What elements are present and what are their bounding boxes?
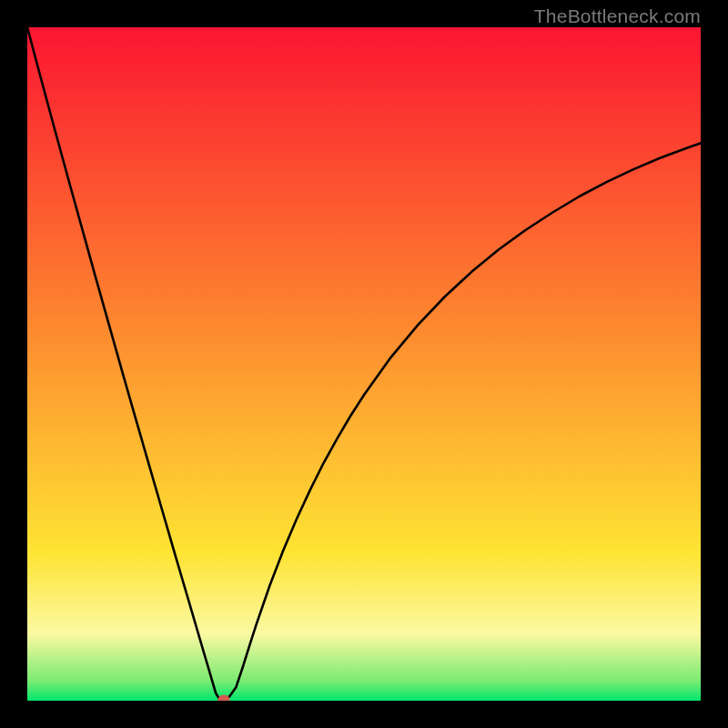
optimal-point-marker: [218, 694, 230, 701]
bottleneck-curve: [27, 27, 701, 701]
watermark-text: TheBottleneck.com: [534, 5, 701, 27]
chart-frame: TheBottleneck.com: [0, 0, 728, 728]
plot-area: [27, 27, 701, 701]
